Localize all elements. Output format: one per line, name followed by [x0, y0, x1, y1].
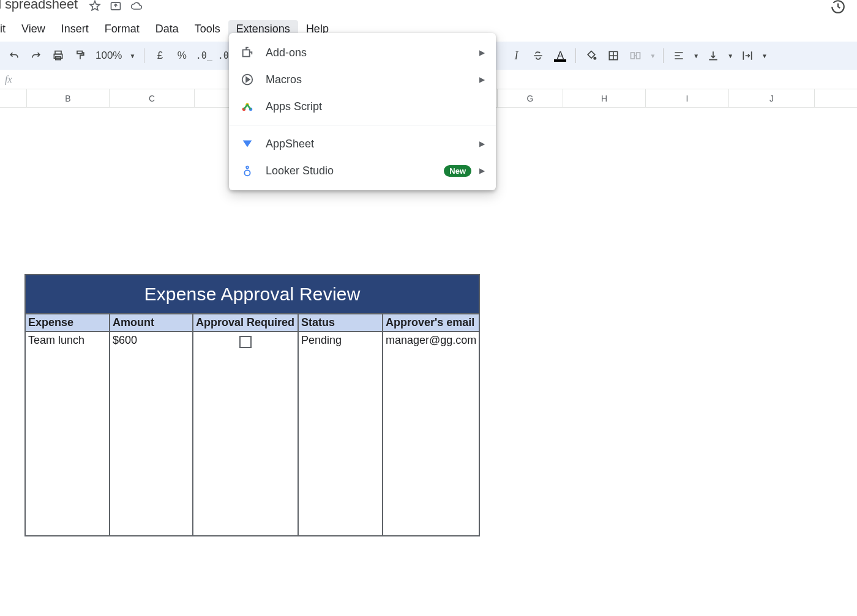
- extensions-dropdown: Add-ons ▶ Macros ▶ Apps Script AppSheet …: [229, 33, 496, 190]
- text-color-button[interactable]: A: [550, 50, 571, 62]
- borders-button[interactable]: [603, 45, 624, 66]
- select-all-corner[interactable]: [0, 89, 27, 107]
- print-icon[interactable]: [48, 45, 69, 66]
- th-amount: Amount: [110, 313, 193, 331]
- expense-table: Expense Approval Review Expense Amount A…: [24, 274, 480, 536]
- td-amount[interactable]: $600: [110, 331, 193, 535]
- separator: [144, 48, 144, 63]
- svg-point-15: [244, 170, 250, 176]
- fill-color-button[interactable]: [581, 45, 602, 66]
- dropdown-separator: [229, 125, 496, 125]
- col-header-C[interactable]: C: [110, 89, 195, 107]
- percent-button[interactable]: %: [171, 45, 192, 66]
- svg-point-5: [594, 58, 596, 59]
- table-header-row: Expense Amount Approval Required Status …: [26, 313, 479, 331]
- dropdown-label: Looker Studio: [266, 165, 334, 177]
- menu-data[interactable]: Data: [148, 20, 187, 38]
- menu-edit[interactable]: it: [0, 20, 13, 38]
- th-status: Status: [299, 313, 383, 331]
- svg-rect-9: [243, 50, 250, 56]
- cloud-icon[interactable]: [130, 0, 143, 15]
- separator: [575, 48, 576, 63]
- dropdown-looker[interactable]: Looker Studio New ▶: [229, 157, 496, 184]
- macros-icon: [240, 72, 255, 87]
- td-approval[interactable]: [193, 331, 299, 535]
- td-expense[interactable]: Team lunch: [26, 331, 110, 535]
- dropdown-label: Macros: [266, 73, 302, 86]
- text-wrap-button[interactable]: [737, 45, 758, 66]
- caret-down-icon[interactable]: ▼: [647, 53, 658, 59]
- appsscript-icon: [240, 99, 255, 114]
- dropdown-appsheet[interactable]: AppSheet ▶: [229, 130, 496, 157]
- td-status[interactable]: Pending: [299, 331, 383, 535]
- col-header-H[interactable]: H: [563, 89, 646, 107]
- addons-icon: [240, 45, 255, 60]
- strikethrough-button[interactable]: [528, 45, 548, 66]
- col-header-B[interactable]: B: [27, 89, 110, 107]
- dropdown-label: Apps Script: [266, 100, 322, 113]
- vertical-align-button[interactable]: [703, 45, 724, 66]
- submenu-arrow-icon: ▶: [479, 166, 485, 175]
- td-email[interactable]: manager@gg.com: [383, 331, 479, 535]
- th-approval: Approval Required: [193, 313, 299, 331]
- submenu-arrow-icon: ▶: [479, 48, 485, 57]
- dropdown-addons[interactable]: Add-ons ▶: [229, 39, 496, 66]
- col-header-J[interactable]: J: [729, 89, 815, 107]
- submenu-arrow-icon: ▶: [479, 139, 485, 148]
- caret-down-icon[interactable]: ▼: [725, 53, 736, 59]
- col-header-I[interactable]: I: [646, 89, 729, 107]
- redo-icon[interactable]: [26, 45, 47, 66]
- merge-cells-button[interactable]: [625, 45, 646, 66]
- menu-view[interactable]: View: [13, 20, 53, 38]
- undo-icon[interactable]: [4, 45, 24, 66]
- th-expense: Expense: [26, 313, 110, 331]
- currency-button[interactable]: £: [149, 45, 170, 66]
- svg-rect-8: [637, 53, 640, 59]
- fx-icon: fx: [5, 74, 12, 85]
- table-body: Team lunch $600 Pending manager@gg.com: [26, 331, 479, 535]
- appsheet-icon: [240, 136, 255, 151]
- caret-down-icon[interactable]: ▼: [759, 53, 770, 59]
- separator: [663, 48, 664, 63]
- col-header-G[interactable]: G: [498, 89, 563, 107]
- menu-format[interactable]: Format: [97, 20, 148, 38]
- title-bar: d spreadsheet: [0, 0, 857, 18]
- zoom-select[interactable]: 100% ▼: [92, 50, 139, 62]
- svg-rect-4: [77, 51, 82, 54]
- decrease-decimal-button[interactable]: .0̲: [193, 45, 214, 66]
- new-badge: New: [444, 165, 471, 177]
- move-icon[interactable]: [110, 0, 122, 15]
- caret-down-icon[interactable]: ▼: [690, 53, 702, 59]
- table-title: Expense Approval Review: [26, 275, 479, 313]
- svg-point-14: [246, 166, 249, 169]
- star-icon[interactable]: [89, 0, 101, 15]
- submenu-arrow-icon: ▶: [479, 75, 485, 84]
- paint-format-icon[interactable]: [70, 45, 91, 66]
- dropdown-label: Add-ons: [266, 46, 307, 59]
- menu-tools[interactable]: Tools: [187, 20, 228, 38]
- title-icons: [89, 0, 143, 15]
- doc-title[interactable]: d spreadsheet: [0, 0, 78, 9]
- horizontal-align-button[interactable]: [668, 45, 689, 66]
- dropdown-label: AppSheet: [266, 138, 314, 150]
- italic-button[interactable]: I: [506, 45, 526, 66]
- menu-insert[interactable]: Insert: [53, 20, 97, 38]
- dropdown-appsscript[interactable]: Apps Script: [229, 93, 496, 120]
- zoom-value: 100%: [95, 50, 122, 62]
- history-icon[interactable]: [830, 0, 846, 17]
- approval-checkbox[interactable]: [239, 336, 252, 348]
- dropdown-macros[interactable]: Macros ▶: [229, 66, 496, 93]
- looker-icon: [240, 163, 255, 178]
- svg-rect-7: [631, 53, 635, 59]
- th-email: Approver's email: [383, 313, 479, 331]
- caret-down-icon: ▼: [129, 53, 135, 59]
